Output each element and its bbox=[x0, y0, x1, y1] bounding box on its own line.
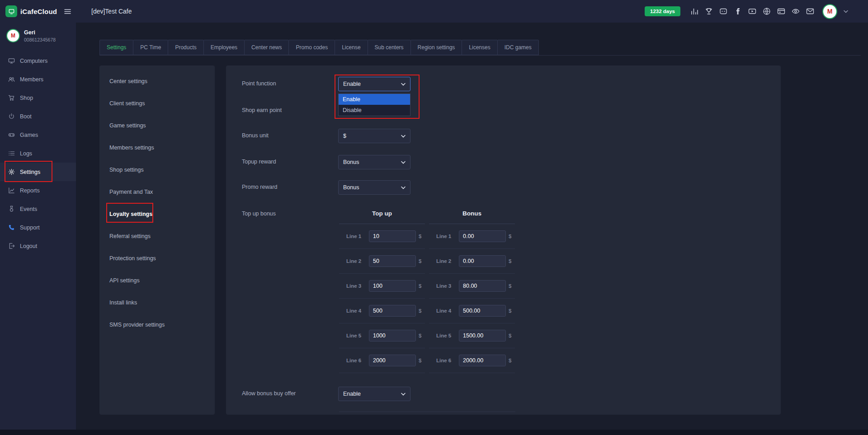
settings-nav-client-settings[interactable]: Client settings bbox=[99, 92, 215, 114]
settings-nav-protection-settings[interactable]: Protection settings bbox=[99, 247, 215, 269]
sidebar-item-computers[interactable]: Computers bbox=[0, 51, 76, 70]
sidebar-item-games[interactable]: Games bbox=[0, 126, 76, 144]
topup-bonus-label: Top up bonus bbox=[242, 210, 276, 217]
sidebar-item-support[interactable]: Support bbox=[0, 218, 76, 237]
sidebar-item-members[interactable]: Members bbox=[0, 70, 76, 89]
bonus-line-2-input[interactable] bbox=[459, 255, 506, 267]
bonus-line-row-2: Line 2 $ bbox=[429, 249, 515, 274]
users-icon bbox=[8, 76, 15, 83]
sidebar-item-reports[interactable]: Reports bbox=[0, 181, 76, 200]
tab-license[interactable]: License bbox=[335, 40, 368, 55]
tab-settings[interactable]: Settings bbox=[99, 40, 133, 55]
tab-promo-codes[interactable]: Promo codes bbox=[288, 40, 335, 55]
chart-icon bbox=[8, 187, 15, 194]
sidebar-item-boot[interactable]: Boot bbox=[0, 107, 76, 126]
currency-suffix: $ bbox=[419, 333, 421, 338]
cart-icon bbox=[8, 94, 15, 101]
line-label: Line 4 bbox=[346, 308, 369, 313]
globe-icon[interactable] bbox=[763, 7, 771, 15]
tab-licenses[interactable]: Licenses bbox=[462, 40, 497, 55]
settings-nav-payment-and-tax[interactable]: Payment and Tax bbox=[99, 181, 215, 203]
point-function-select[interactable]: Enable bbox=[338, 77, 410, 91]
eye-icon[interactable] bbox=[792, 7, 800, 15]
bonus-unit-select[interactable]: $ bbox=[338, 129, 410, 143]
sidebar-item-label: Shop bbox=[20, 95, 33, 101]
bonus-line-1-input[interactable] bbox=[459, 230, 506, 242]
allow-bonus-buy-offer-value: Enable bbox=[343, 391, 361, 397]
horizontal-scrollbar[interactable] bbox=[0, 430, 868, 435]
line-label: Line 1 bbox=[436, 234, 459, 239]
topup-reward-label: Topup reward bbox=[242, 159, 276, 165]
tab-employees[interactable]: Employees bbox=[203, 40, 245, 55]
sidebar-item-settings[interactable]: Settings bbox=[0, 163, 76, 181]
settings-nav-referral-settings[interactable]: Referral settings bbox=[99, 225, 215, 247]
promo-reward-select[interactable]: Bonus bbox=[338, 180, 410, 195]
currency-suffix: $ bbox=[419, 258, 421, 264]
sidebar-item-label: Logout bbox=[20, 243, 37, 249]
bonus-line-4-input[interactable] bbox=[459, 305, 506, 317]
sidebar-item-shop[interactable]: Shop bbox=[0, 89, 76, 107]
allow-bonus-buy-offer-label: Allow bonus buy offer bbox=[242, 390, 296, 397]
topup-line-1-input[interactable] bbox=[369, 230, 416, 242]
sidebar-item-label: Members bbox=[20, 76, 43, 83]
page-title: [dev]Test Cafe bbox=[91, 8, 132, 15]
topup-line-2-input[interactable] bbox=[369, 255, 416, 267]
topup-reward-select[interactable]: Bonus bbox=[338, 155, 410, 169]
tab-products[interactable]: Products bbox=[168, 40, 203, 55]
settings-nav-shop-settings[interactable]: Shop settings bbox=[99, 159, 215, 181]
user-name: Geri bbox=[24, 29, 56, 36]
bonus-column-header: Bonus bbox=[429, 207, 515, 224]
tab-pc-time[interactable]: PC Time bbox=[133, 40, 168, 55]
sidebar-item-label: Support bbox=[20, 225, 40, 231]
card-icon[interactable] bbox=[777, 7, 785, 15]
topbar: iCafeCloud [dev]Test Cafe 1232 days bbox=[0, 0, 868, 23]
chevron-down-icon bbox=[401, 135, 406, 138]
trophy-icon[interactable] bbox=[705, 7, 713, 15]
tab-sub-centers[interactable]: Sub centers bbox=[368, 40, 411, 55]
topup-line-row-5: Line 5 $ bbox=[339, 323, 425, 348]
sidebar-item-label: Logs bbox=[20, 150, 32, 157]
line-label: Line 2 bbox=[346, 258, 369, 264]
settings-nav-install-links[interactable]: Install links bbox=[99, 291, 215, 313]
sidebar-item-logs[interactable]: Logs bbox=[0, 144, 76, 163]
settings-nav-loyalty-settings[interactable]: Loyalty settings bbox=[99, 203, 215, 225]
bonus-unit-label: Bonus unit bbox=[242, 132, 269, 139]
youtube-icon[interactable] bbox=[748, 7, 756, 15]
app-logo-icon[interactable] bbox=[5, 5, 17, 17]
topup-line-3-input[interactable] bbox=[369, 280, 416, 292]
currency-suffix: $ bbox=[419, 308, 421, 313]
settings-nav-members-settings[interactable]: Members settings bbox=[99, 136, 215, 159]
topup-line-4-input[interactable] bbox=[369, 305, 416, 317]
topup-line-5-input[interactable] bbox=[369, 330, 416, 341]
point-function-dropdown: Enable Enable Disable bbox=[338, 77, 410, 116]
settings-nav-api-settings[interactable]: API settings bbox=[99, 269, 215, 291]
chevron-down-icon[interactable] bbox=[844, 10, 848, 13]
discord-icon[interactable] bbox=[719, 7, 727, 15]
option-enable[interactable]: Enable bbox=[339, 94, 410, 105]
mail-icon[interactable] bbox=[806, 7, 814, 15]
hamburger-menu-button[interactable] bbox=[64, 8, 71, 15]
account-avatar[interactable]: M bbox=[822, 4, 837, 19]
settings-nav-center-settings[interactable]: Center settings bbox=[99, 70, 215, 92]
option-disable[interactable]: Disable bbox=[339, 105, 410, 116]
bonus-line-5-input[interactable] bbox=[459, 330, 506, 341]
sidebar-item-events[interactable]: Events bbox=[0, 200, 76, 218]
bonus-line-3-input[interactable] bbox=[459, 280, 506, 292]
bonus-line-6-input[interactable] bbox=[459, 355, 506, 366]
facebook-icon[interactable] bbox=[734, 7, 742, 15]
topbar-right: 1232 days M bbox=[645, 4, 868, 19]
sidebar-item-label: Settings bbox=[20, 169, 40, 175]
settings-nav-game-settings[interactable]: Game settings bbox=[99, 114, 215, 136]
tab-center-news[interactable]: Center news bbox=[244, 40, 289, 55]
sidebar-item-logout[interactable]: Logout bbox=[0, 237, 76, 255]
user-profile[interactable]: M Geri 008612345678 bbox=[0, 23, 76, 48]
allow-bonus-buy-offer-select[interactable]: Enable bbox=[338, 387, 410, 401]
topup-line-6-input[interactable] bbox=[369, 355, 416, 366]
settings-nav-sms-provider-settings[interactable]: SMS provider settings bbox=[99, 313, 215, 336]
analytics-icon[interactable] bbox=[690, 7, 698, 15]
loyalty-settings-panel: Point function Shop earn point Bonus uni… bbox=[226, 65, 781, 415]
license-days-badge[interactable]: 1232 days bbox=[645, 6, 680, 16]
tab-idc-games[interactable]: IDC games bbox=[497, 40, 539, 55]
currency-suffix: $ bbox=[419, 283, 421, 289]
tab-region-settings[interactable]: Region settings bbox=[410, 40, 462, 55]
